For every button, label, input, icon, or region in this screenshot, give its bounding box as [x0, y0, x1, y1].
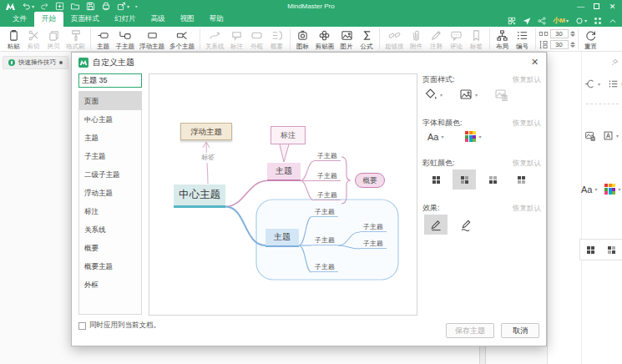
summary-button[interactable]: 概要: [267, 29, 287, 51]
comment-button[interactable]: 评论: [447, 29, 467, 51]
tab-home[interactable]: 开始: [34, 12, 63, 27]
preview-topic-pink[interactable]: 主题: [267, 163, 301, 181]
format-painter-button[interactable]: 格式刷: [63, 29, 88, 51]
redo-button[interactable]: [40, 2, 49, 11]
style-item-central-topic[interactable]: 中心主题: [79, 110, 141, 129]
qat-more-icon[interactable]: ▪: [135, 3, 137, 9]
style-item-page[interactable]: 页面: [79, 92, 141, 110]
membership-caret-icon[interactable]: ▾: [566, 18, 569, 23]
print-button[interactable]: [101, 2, 111, 11]
style-item-boundary[interactable]: 外框: [79, 276, 141, 294]
restore-default-link[interactable]: 恢复默认: [513, 204, 541, 214]
share-icon[interactable]: [538, 17, 546, 25]
relationship-button[interactable]: 关系线: [203, 29, 227, 51]
reset-button[interactable]: 重置: [581, 29, 601, 51]
theme-name-input[interactable]: [78, 73, 142, 88]
preview-subtopic[interactable]: 子主题: [360, 239, 387, 249]
background-image-button[interactable]: ▾: [459, 88, 478, 101]
export-button[interactable]: ▾: [117, 2, 129, 11]
callout-button[interactable]: 标注: [227, 29, 247, 51]
preview-subtopic[interactable]: 子主题: [311, 207, 338, 217]
restore-default-link[interactable]: 恢复默认: [513, 75, 541, 85]
preview-subtopic[interactable]: 子主题: [314, 171, 341, 181]
multiple-topics-button[interactable]: 多个主题: [167, 29, 197, 51]
preview-subtopic[interactable]: 子主题: [311, 235, 338, 245]
qr-code-icon[interactable]: [508, 17, 516, 25]
style-item-subtopic[interactable]: 子主题: [79, 147, 141, 165]
style-item-summary-topic[interactable]: 概要主题: [79, 257, 141, 276]
new-document-button[interactable]: [55, 2, 64, 11]
quick-tips-pill[interactable]: 快速操作技巧: [3, 56, 68, 69]
color-palette-button[interactable]: ▾: [604, 184, 620, 195]
undo-button[interactable]: ▾: [22, 2, 34, 11]
copy-button[interactable]: 拷贝: [43, 29, 63, 51]
vertical-spacing-stepper[interactable]: [570, 40, 575, 49]
text-box-button[interactable]: ▾: [603, 130, 619, 141]
send-icon[interactable]: [523, 17, 531, 25]
collapse-ribbon-icon[interactable]: [609, 18, 617, 24]
tab-page-style[interactable]: 页面样式: [63, 12, 107, 27]
rainbow-option-2[interactable]: [453, 169, 476, 190]
attachment-button[interactable]: 附件: [407, 29, 427, 51]
font-button[interactable]: Aa▾: [427, 132, 443, 142]
theme-ring-icon[interactable]: ▾: [575, 17, 587, 25]
branch-style-button[interactable]: ▾: [584, 78, 600, 89]
topic-button[interactable]: 主题: [94, 29, 114, 51]
style-item-topic[interactable]: 主题: [79, 129, 141, 147]
pin-icon[interactable]: [611, 54, 619, 69]
maximize-button[interactable]: [589, 0, 604, 13]
style-item-callout[interactable]: 标注: [79, 202, 141, 220]
preview-summary[interactable]: 概要: [355, 173, 385, 188]
font-button[interactable]: Aa▾: [581, 185, 597, 195]
rainbow-option-3[interactable]: [481, 169, 504, 190]
cut-button[interactable]: 剪切: [23, 29, 43, 51]
clipart-button[interactable]: 剪贴画: [313, 29, 337, 51]
export-caret-icon[interactable]: ▾: [127, 3, 129, 9]
floating-topic-button[interactable]: 浮动主题: [137, 29, 167, 51]
rainbow-option-4[interactable]: [509, 169, 533, 190]
style-item-relationship[interactable]: 关系线: [79, 220, 141, 239]
apps-grid-icon[interactable]: [594, 17, 602, 25]
style-item-summary[interactable]: 概要: [79, 239, 141, 257]
save-button[interactable]: [86, 2, 95, 11]
remove-background-button[interactable]: [494, 88, 508, 101]
tab-advanced[interactable]: 高级: [144, 12, 173, 27]
restore-default-link[interactable]: 恢复默认: [513, 159, 541, 169]
vertical-spacing-input[interactable]: 30: [550, 40, 569, 49]
preview-subtopic[interactable]: 子主题: [314, 190, 341, 200]
restore-default-link[interactable]: 恢复默认: [513, 119, 541, 129]
tab-file[interactable]: 文件: [5, 12, 34, 27]
style-item-sub-subtopic[interactable]: 二级子主题: [79, 165, 141, 184]
tab-help[interactable]: 帮助: [202, 12, 231, 27]
effect-option-2[interactable]: [454, 215, 478, 235]
mark-button[interactable]: 图标: [293, 29, 313, 51]
image-stamp-button[interactable]: [584, 130, 595, 141]
paste-button[interactable]: 粘贴: [3, 29, 23, 51]
preview-central-topic[interactable]: 中心主题: [174, 185, 225, 208]
tab-view[interactable]: 视图: [173, 12, 202, 27]
tab-slideshow[interactable]: 幻灯片: [107, 12, 144, 27]
formula-button[interactable]: 公式: [357, 29, 377, 51]
boundary-button[interactable]: 外框: [247, 29, 267, 51]
apply-checkbox[interactable]: [78, 322, 86, 330]
tag-button[interactable]: 标签: [467, 29, 487, 51]
rainbow-grid-icon[interactable]: [608, 246, 615, 254]
preview-subtopic[interactable]: 子主题: [314, 151, 341, 161]
undo-caret-icon[interactable]: ▾: [32, 3, 34, 9]
horizontal-spacing-input[interactable]: 30: [550, 29, 569, 38]
membership-badge[interactable]: 小M▾: [553, 16, 569, 25]
style-item-floating-topic[interactable]: 浮动主题: [79, 184, 141, 202]
preview-subtopic[interactable]: 子主题: [360, 222, 387, 232]
numbering-style-button[interactable]: ▾: [608, 78, 622, 89]
layout-button[interactable]: 布局: [493, 29, 513, 51]
numbering-button[interactable]: 编号: [513, 29, 533, 51]
preview-topic-blue[interactable]: 主题: [265, 229, 299, 247]
save-theme-button[interactable]: 保存主题: [446, 323, 494, 338]
preview-relationship-label[interactable]: 标签: [196, 153, 220, 163]
color-palette-button[interactable]: ▾: [465, 131, 481, 142]
close-button[interactable]: ✕: [604, 0, 620, 13]
effect-option-1[interactable]: [424, 215, 448, 235]
preview-subtopic[interactable]: 子主题: [311, 262, 338, 272]
fill-color-button[interactable]: ▾: [424, 88, 442, 101]
subtopic-button[interactable]: 子主题: [114, 29, 138, 51]
